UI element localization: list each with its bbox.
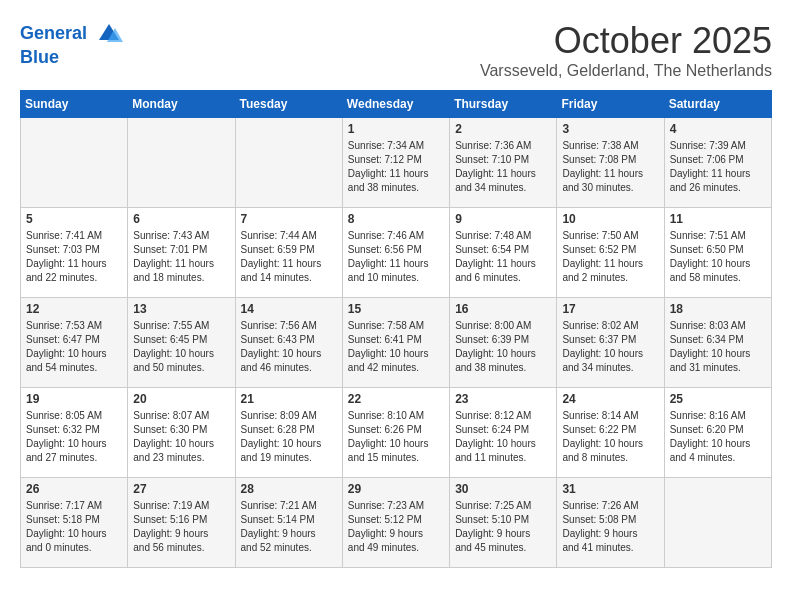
calendar-cell: 28Sunrise: 7:21 AM Sunset: 5:14 PM Dayli…: [235, 478, 342, 568]
day-number: 19: [26, 392, 122, 406]
day-info: Sunrise: 8:14 AM Sunset: 6:22 PM Dayligh…: [562, 409, 658, 465]
calendar-cell: 9Sunrise: 7:48 AM Sunset: 6:54 PM Daylig…: [450, 208, 557, 298]
day-info: Sunrise: 7:56 AM Sunset: 6:43 PM Dayligh…: [241, 319, 337, 375]
header-monday: Monday: [128, 91, 235, 118]
calendar-cell: 7Sunrise: 7:44 AM Sunset: 6:59 PM Daylig…: [235, 208, 342, 298]
day-info: Sunrise: 8:02 AM Sunset: 6:37 PM Dayligh…: [562, 319, 658, 375]
calendar-cell: 11Sunrise: 7:51 AM Sunset: 6:50 PM Dayli…: [664, 208, 771, 298]
calendar-cell: 27Sunrise: 7:19 AM Sunset: 5:16 PM Dayli…: [128, 478, 235, 568]
day-info: Sunrise: 7:44 AM Sunset: 6:59 PM Dayligh…: [241, 229, 337, 285]
calendar-cell: 29Sunrise: 7:23 AM Sunset: 5:12 PM Dayli…: [342, 478, 449, 568]
day-info: Sunrise: 7:51 AM Sunset: 6:50 PM Dayligh…: [670, 229, 766, 285]
calendar-cell: [21, 118, 128, 208]
header-saturday: Saturday: [664, 91, 771, 118]
calendar-cell: 30Sunrise: 7:25 AM Sunset: 5:10 PM Dayli…: [450, 478, 557, 568]
calendar-cell: 31Sunrise: 7:26 AM Sunset: 5:08 PM Dayli…: [557, 478, 664, 568]
calendar-week-row: 1Sunrise: 7:34 AM Sunset: 7:12 PM Daylig…: [21, 118, 772, 208]
day-info: Sunrise: 7:25 AM Sunset: 5:10 PM Dayligh…: [455, 499, 551, 555]
calendar-cell: 23Sunrise: 8:12 AM Sunset: 6:24 PM Dayli…: [450, 388, 557, 478]
day-info: Sunrise: 8:05 AM Sunset: 6:32 PM Dayligh…: [26, 409, 122, 465]
header-thursday: Thursday: [450, 91, 557, 118]
calendar-cell: 3Sunrise: 7:38 AM Sunset: 7:08 PM Daylig…: [557, 118, 664, 208]
day-info: Sunrise: 8:00 AM Sunset: 6:39 PM Dayligh…: [455, 319, 551, 375]
day-info: Sunrise: 7:26 AM Sunset: 5:08 PM Dayligh…: [562, 499, 658, 555]
calendar-cell: 22Sunrise: 8:10 AM Sunset: 6:26 PM Dayli…: [342, 388, 449, 478]
day-number: 25: [670, 392, 766, 406]
calendar-cell: 15Sunrise: 7:58 AM Sunset: 6:41 PM Dayli…: [342, 298, 449, 388]
calendar-cell: 6Sunrise: 7:43 AM Sunset: 7:01 PM Daylig…: [128, 208, 235, 298]
page-header: General Blue October 2025 Varsseveld, Ge…: [20, 20, 772, 80]
calendar-cell: 18Sunrise: 8:03 AM Sunset: 6:34 PM Dayli…: [664, 298, 771, 388]
calendar-cell: [235, 118, 342, 208]
day-info: Sunrise: 7:46 AM Sunset: 6:56 PM Dayligh…: [348, 229, 444, 285]
day-info: Sunrise: 8:03 AM Sunset: 6:34 PM Dayligh…: [670, 319, 766, 375]
day-info: Sunrise: 7:58 AM Sunset: 6:41 PM Dayligh…: [348, 319, 444, 375]
day-info: Sunrise: 7:19 AM Sunset: 5:16 PM Dayligh…: [133, 499, 229, 555]
day-number: 9: [455, 212, 551, 226]
calendar-cell: 13Sunrise: 7:55 AM Sunset: 6:45 PM Dayli…: [128, 298, 235, 388]
day-info: Sunrise: 8:09 AM Sunset: 6:28 PM Dayligh…: [241, 409, 337, 465]
day-info: Sunrise: 8:12 AM Sunset: 6:24 PM Dayligh…: [455, 409, 551, 465]
day-number: 16: [455, 302, 551, 316]
calendar-cell: [128, 118, 235, 208]
day-number: 3: [562, 122, 658, 136]
calendar-header-row: SundayMondayTuesdayWednesdayThursdayFrid…: [21, 91, 772, 118]
logo-text: General: [20, 20, 123, 48]
day-number: 31: [562, 482, 658, 496]
day-number: 2: [455, 122, 551, 136]
day-number: 23: [455, 392, 551, 406]
day-number: 30: [455, 482, 551, 496]
day-number: 4: [670, 122, 766, 136]
calendar-cell: 19Sunrise: 8:05 AM Sunset: 6:32 PM Dayli…: [21, 388, 128, 478]
day-info: Sunrise: 7:53 AM Sunset: 6:47 PM Dayligh…: [26, 319, 122, 375]
logo: General Blue: [20, 20, 123, 68]
calendar-week-row: 12Sunrise: 7:53 AM Sunset: 6:47 PM Dayli…: [21, 298, 772, 388]
day-number: 20: [133, 392, 229, 406]
day-number: 11: [670, 212, 766, 226]
calendar-cell: 1Sunrise: 7:34 AM Sunset: 7:12 PM Daylig…: [342, 118, 449, 208]
month-title: October 2025: [480, 20, 772, 62]
day-info: Sunrise: 7:39 AM Sunset: 7:06 PM Dayligh…: [670, 139, 766, 195]
day-info: Sunrise: 8:16 AM Sunset: 6:20 PM Dayligh…: [670, 409, 766, 465]
day-number: 21: [241, 392, 337, 406]
day-number: 8: [348, 212, 444, 226]
day-number: 15: [348, 302, 444, 316]
day-number: 22: [348, 392, 444, 406]
day-number: 6: [133, 212, 229, 226]
calendar-cell: 17Sunrise: 8:02 AM Sunset: 6:37 PM Dayli…: [557, 298, 664, 388]
day-info: Sunrise: 7:50 AM Sunset: 6:52 PM Dayligh…: [562, 229, 658, 285]
day-number: 27: [133, 482, 229, 496]
day-info: Sunrise: 7:34 AM Sunset: 7:12 PM Dayligh…: [348, 139, 444, 195]
day-info: Sunrise: 7:23 AM Sunset: 5:12 PM Dayligh…: [348, 499, 444, 555]
day-info: Sunrise: 7:38 AM Sunset: 7:08 PM Dayligh…: [562, 139, 658, 195]
day-number: 7: [241, 212, 337, 226]
day-number: 28: [241, 482, 337, 496]
day-info: Sunrise: 7:43 AM Sunset: 7:01 PM Dayligh…: [133, 229, 229, 285]
day-number: 1: [348, 122, 444, 136]
calendar-cell: 10Sunrise: 7:50 AM Sunset: 6:52 PM Dayli…: [557, 208, 664, 298]
day-number: 5: [26, 212, 122, 226]
calendar-table: SundayMondayTuesdayWednesdayThursdayFrid…: [20, 90, 772, 568]
day-number: 18: [670, 302, 766, 316]
calendar-cell: 25Sunrise: 8:16 AM Sunset: 6:20 PM Dayli…: [664, 388, 771, 478]
calendar-cell: 4Sunrise: 7:39 AM Sunset: 7:06 PM Daylig…: [664, 118, 771, 208]
day-info: Sunrise: 8:10 AM Sunset: 6:26 PM Dayligh…: [348, 409, 444, 465]
calendar-cell: 14Sunrise: 7:56 AM Sunset: 6:43 PM Dayli…: [235, 298, 342, 388]
day-info: Sunrise: 8:07 AM Sunset: 6:30 PM Dayligh…: [133, 409, 229, 465]
day-info: Sunrise: 7:55 AM Sunset: 6:45 PM Dayligh…: [133, 319, 229, 375]
calendar-week-row: 5Sunrise: 7:41 AM Sunset: 7:03 PM Daylig…: [21, 208, 772, 298]
title-block: October 2025 Varsseveld, Gelderland, The…: [480, 20, 772, 80]
calendar-cell: 26Sunrise: 7:17 AM Sunset: 5:18 PM Dayli…: [21, 478, 128, 568]
day-info: Sunrise: 7:48 AM Sunset: 6:54 PM Dayligh…: [455, 229, 551, 285]
header-tuesday: Tuesday: [235, 91, 342, 118]
calendar-cell: 8Sunrise: 7:46 AM Sunset: 6:56 PM Daylig…: [342, 208, 449, 298]
day-info: Sunrise: 7:21 AM Sunset: 5:14 PM Dayligh…: [241, 499, 337, 555]
calendar-cell: 2Sunrise: 7:36 AM Sunset: 7:10 PM Daylig…: [450, 118, 557, 208]
logo-blue: Blue: [20, 48, 123, 68]
location-subtitle: Varsseveld, Gelderland, The Netherlands: [480, 62, 772, 80]
header-wednesday: Wednesday: [342, 91, 449, 118]
day-info: Sunrise: 7:41 AM Sunset: 7:03 PM Dayligh…: [26, 229, 122, 285]
day-number: 26: [26, 482, 122, 496]
day-info: Sunrise: 7:17 AM Sunset: 5:18 PM Dayligh…: [26, 499, 122, 555]
calendar-cell: 5Sunrise: 7:41 AM Sunset: 7:03 PM Daylig…: [21, 208, 128, 298]
